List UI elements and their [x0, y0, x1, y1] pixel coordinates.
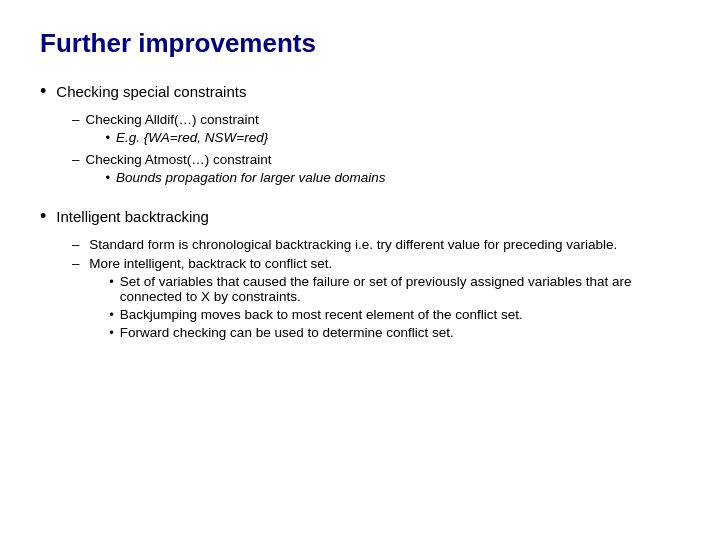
- section1-heading: Checking special constraints: [56, 83, 246, 100]
- sub-item-alldif-text: Checking Alldif(…) constraint: [86, 112, 259, 127]
- sub-sub-text-backjumping: Backjumping moves back to most recent el…: [120, 307, 523, 322]
- section2-heading: Intelligent backtracking: [56, 208, 209, 225]
- sub-sub-item-backjumping: • Backjumping moves back to most recent …: [109, 307, 680, 322]
- section-intelligent-backtracking: • Intelligent backtracking – Standard fo…: [40, 208, 680, 343]
- sub-sub-item-set: • Set of variables that caused the failu…: [109, 274, 680, 304]
- dash-3: –: [72, 237, 83, 252]
- main-bullet-1: • Checking special constraints: [40, 83, 680, 102]
- sub-item-atmost-text: Checking Atmost(…) constraint: [86, 152, 272, 167]
- sub-item-atmost: – Checking Atmost(…) constraint • Bounds…: [72, 152, 680, 188]
- sub-sub-text-forward: Forward checking can be used to determin…: [120, 325, 454, 340]
- sub-item-alldif: – Checking Alldif(…) constraint • E.g. {…: [72, 112, 680, 148]
- sub-item-standard-text: Standard form is chronological backtrack…: [89, 237, 617, 252]
- main-bullet-2: • Intelligent backtracking: [40, 208, 680, 227]
- sub-item-intelligent-text: More intelligent, backtrack to conflict …: [89, 256, 332, 271]
- dash-1: –: [72, 112, 80, 127]
- section1-sub-list: – Checking Alldif(…) constraint • E.g. {…: [72, 112, 680, 188]
- slide-container: Further improvements • Checking special …: [0, 0, 720, 540]
- dash-4: –: [72, 256, 83, 271]
- dash-2: –: [72, 152, 80, 167]
- sub-sub-item-forward: • Forward checking can be used to determ…: [109, 325, 680, 340]
- sub-item-atmost-content: Checking Atmost(…) constraint • Bounds p…: [86, 152, 386, 188]
- sub-sub-item-eg: • E.g. {WA=red, NSW=red}: [106, 130, 269, 145]
- sub-sub-list-intelligent: • Set of variables that caused the failu…: [109, 274, 680, 340]
- sub-sub-bullet-2: •: [106, 170, 111, 185]
- sub-sub-list-atmost: • Bounds propagation for larger value do…: [106, 170, 386, 185]
- sub-item-standard: – Standard form is chronological backtra…: [72, 237, 680, 252]
- bullet-dot-1: •: [40, 81, 46, 102]
- sub-item-intelligent: – More intelligent, backtrack to conflic…: [72, 256, 680, 343]
- sub-sub-bullet-4: •: [109, 307, 114, 322]
- section-checking-constraints: • Checking special constraints – Checkin…: [40, 83, 680, 188]
- sub-item-intelligent-content: More intelligent, backtrack to conflict …: [89, 256, 680, 343]
- section2-sub-list: – Standard form is chronological backtra…: [72, 237, 680, 343]
- bullet-dot-2: •: [40, 206, 46, 227]
- slide-title: Further improvements: [40, 28, 680, 59]
- sub-sub-list-alldif: • E.g. {WA=red, NSW=red}: [106, 130, 269, 145]
- sub-sub-text-eg: E.g. {WA=red, NSW=red}: [116, 130, 268, 145]
- sub-item-alldif-content: Checking Alldif(…) constraint • E.g. {WA…: [86, 112, 269, 148]
- sub-sub-bullet-1: •: [106, 130, 111, 145]
- sub-sub-bullet-5: •: [109, 325, 114, 340]
- sub-sub-text-bounds: Bounds propagation for larger value doma…: [116, 170, 385, 185]
- sub-sub-bullet-3: •: [109, 274, 114, 289]
- sub-sub-item-bounds: • Bounds propagation for larger value do…: [106, 170, 386, 185]
- sub-sub-text-set: Set of variables that caused the failure…: [120, 274, 680, 304]
